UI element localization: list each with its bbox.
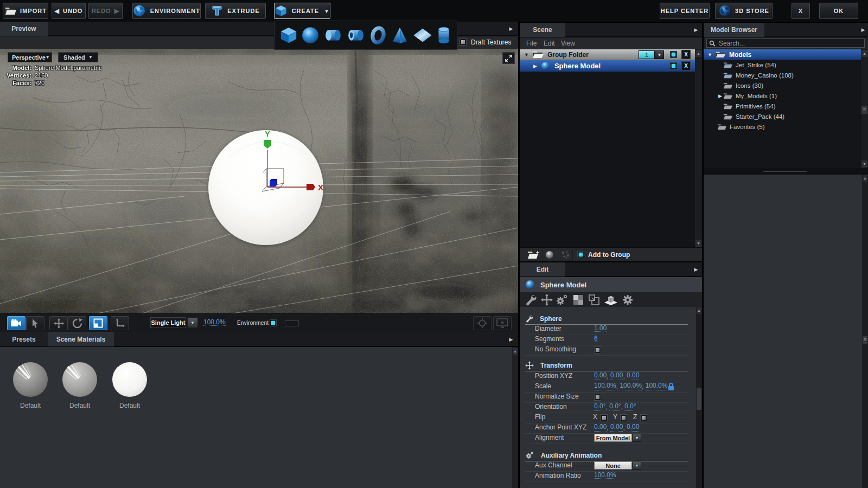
svg-text:Y: Y [265, 129, 270, 138]
svg-text:X: X [318, 183, 323, 192]
